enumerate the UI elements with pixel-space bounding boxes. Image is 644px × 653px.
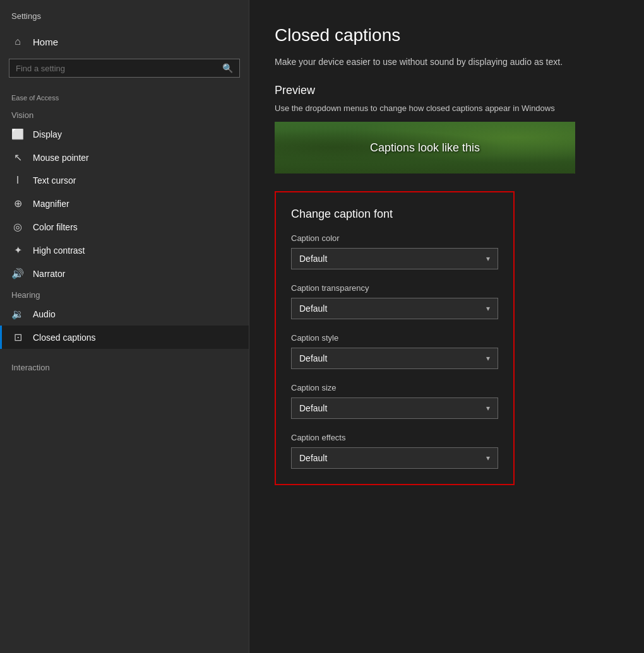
sidebar-item-label: Color filters (33, 222, 78, 232)
caption-style-dropdown[interactable]: Default ▾ (291, 348, 498, 369)
caption-color-label: Caption color (291, 233, 498, 243)
page-title: Closed captions (275, 25, 619, 45)
preview-caption-text: Captions look like this (370, 141, 480, 155)
sidebar-item-magnifier[interactable]: ⊕ Magnifier (0, 192, 249, 215)
caption-size-label: Caption size (291, 383, 498, 392)
home-icon: ⌂ (11, 36, 24, 47)
high-contrast-icon: ✦ (11, 244, 24, 256)
search-icon: 🔍 (222, 63, 233, 73)
change-font-title: Change caption font (291, 208, 498, 221)
audio-icon: 🔉 (11, 308, 24, 320)
sidebar-item-label: Narrator (33, 269, 65, 279)
sidebar-item-label: Closed captions (33, 332, 96, 343)
search-input[interactable] (16, 64, 217, 73)
sidebar-item-closed-captions[interactable]: ⊡ Closed captions (0, 326, 249, 349)
preview-image: Captions look like this (275, 122, 575, 174)
search-box[interactable]: 🔍 (9, 59, 240, 78)
caption-size-value: Default (299, 403, 327, 413)
preview-heading: Preview (275, 84, 619, 97)
vision-section-title: Vision (0, 105, 249, 122)
caption-color-value: Default (299, 254, 327, 264)
caption-effects-value: Default (299, 453, 327, 463)
app-title: Settings (0, 0, 249, 30)
sidebar-item-label: Display (33, 129, 62, 139)
chevron-down-icon: ▾ (486, 304, 490, 313)
caption-transparency-value: Default (299, 303, 327, 314)
sidebar: Settings ⌂ Home 🔍 Ease of Access Vision … (0, 0, 249, 653)
chevron-down-icon: ▾ (486, 404, 490, 413)
sidebar-item-label: Mouse pointer (33, 153, 89, 163)
sidebar-item-label: High contrast (33, 245, 85, 256)
caption-size-dropdown[interactable]: Default ▾ (291, 397, 498, 419)
narrator-icon: 🔊 (11, 268, 24, 279)
home-label: Home (33, 37, 58, 47)
magnifier-icon: ⊕ (11, 197, 24, 209)
home-nav-item[interactable]: ⌂ Home (0, 30, 249, 54)
caption-style-value: Default (299, 353, 327, 363)
caption-transparency-dropdown[interactable]: Default ▾ (291, 298, 498, 319)
caption-style-group: Caption style Default ▾ (291, 333, 498, 369)
sidebar-item-color-filters[interactable]: ◎ Color filters (0, 215, 249, 238)
caption-color-group: Caption color Default ▾ (291, 233, 498, 269)
interaction-section-title: Interaction (0, 358, 249, 375)
caption-transparency-label: Caption transparency (291, 283, 498, 293)
mouse-pointer-icon: ↖ (11, 151, 24, 163)
sidebar-item-high-contrast[interactable]: ✦ High contrast (0, 238, 249, 262)
sidebar-item-narrator[interactable]: 🔊 Narrator (0, 262, 249, 285)
change-font-box: Change caption font Caption color Defaul… (275, 191, 515, 485)
caption-effects-label: Caption effects (291, 433, 498, 442)
caption-effects-group: Caption effects Default ▾ (291, 433, 498, 469)
sidebar-item-text-cursor[interactable]: I Text cursor (0, 169, 249, 192)
sidebar-item-mouse-pointer[interactable]: ↖ Mouse pointer (0, 146, 249, 169)
sidebar-item-label: Magnifier (33, 199, 69, 209)
sidebar-item-display[interactable]: ⬜ Display (0, 122, 249, 146)
chevron-down-icon: ▾ (486, 454, 490, 462)
closed-captions-icon: ⊡ (11, 331, 24, 343)
ease-of-access-section-label: Ease of Access (0, 85, 249, 105)
page-description: Make your device easier to use without s… (275, 56, 616, 69)
sidebar-item-audio[interactable]: 🔉 Audio (0, 302, 249, 326)
text-cursor-icon: I (11, 175, 24, 186)
hearing-section-title: Hearing (0, 285, 249, 302)
caption-transparency-group: Caption transparency Default ▾ (291, 283, 498, 319)
sidebar-item-label: Text cursor (33, 175, 76, 185)
caption-size-group: Caption size Default ▾ (291, 383, 498, 419)
caption-style-label: Caption style (291, 333, 498, 343)
sidebar-item-label: Audio (33, 309, 56, 319)
preview-instruction: Use the dropdown menus to change how clo… (275, 103, 609, 113)
caption-effects-dropdown[interactable]: Default ▾ (291, 447, 498, 469)
color-filters-icon: ◎ (11, 221, 24, 233)
main-content: Closed captions Make your device easier … (249, 0, 644, 653)
chevron-down-icon: ▾ (486, 354, 490, 363)
caption-color-dropdown[interactable]: Default ▾ (291, 248, 498, 269)
display-icon: ⬜ (11, 128, 24, 140)
chevron-down-icon: ▾ (486, 254, 490, 263)
